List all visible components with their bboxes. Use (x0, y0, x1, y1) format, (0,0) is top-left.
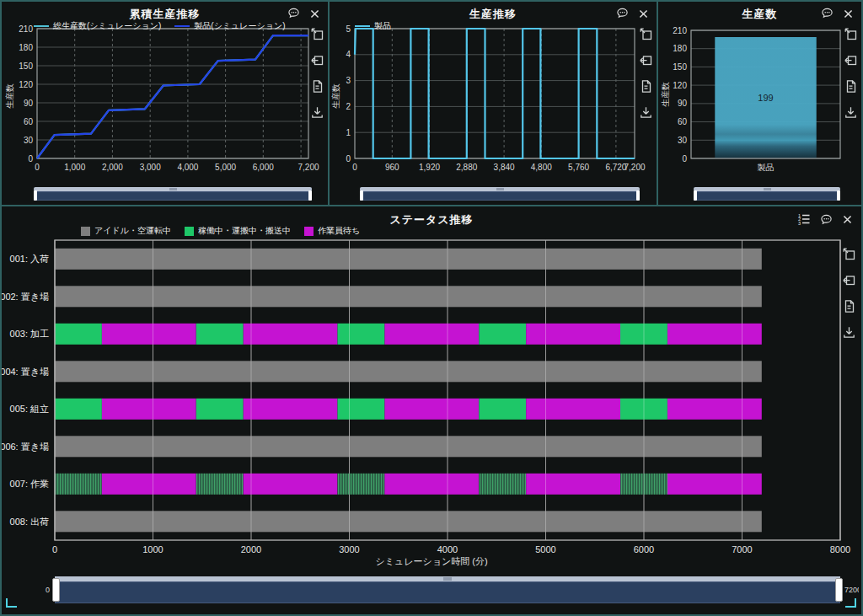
download-icon[interactable] (639, 105, 653, 123)
data-sheet-icon[interactable] (639, 79, 653, 97)
slider-window[interactable] (694, 191, 840, 201)
resize-corner-right-icon[interactable] (845, 598, 856, 608)
legend-item[interactable]: 製品 (355, 20, 391, 32)
status-segment[interactable] (479, 474, 526, 495)
legend-list-icon[interactable]: 123 (797, 212, 811, 229)
production-line-chart[interactable]: 01234509601,9202,8803,8404,8005,7606,720… (330, 22, 657, 179)
status-segment[interactable] (338, 474, 385, 495)
svg-text:3000: 3000 (339, 544, 359, 554)
legend-label: 作業員待ち (318, 225, 360, 237)
download-icon[interactable] (310, 105, 324, 123)
status-segment[interactable] (667, 324, 762, 345)
status-segment[interactable] (55, 511, 762, 532)
reset-zoom-icon[interactable] (842, 273, 856, 291)
range-slider[interactable] (360, 187, 640, 201)
slider-window[interactable] (360, 191, 640, 201)
reset-zoom-icon[interactable] (844, 53, 858, 71)
status-segment[interactable] (667, 399, 762, 420)
download-icon[interactable] (844, 105, 858, 123)
comment-icon[interactable] (616, 7, 629, 23)
close-icon[interactable] (309, 8, 320, 23)
status-segment[interactable] (479, 324, 526, 345)
zoom-area-icon[interactable] (842, 247, 856, 265)
range-slider[interactable] (34, 187, 312, 201)
status-segment[interactable] (338, 399, 385, 420)
status-segment[interactable] (102, 474, 196, 495)
status-segment[interactable] (526, 399, 620, 420)
close-icon[interactable] (842, 213, 853, 228)
svg-text:製品: 製品 (758, 163, 775, 172)
zoom-area-icon[interactable] (844, 27, 858, 45)
status-segment[interactable] (55, 436, 762, 457)
legend-label: 製品 (374, 20, 391, 32)
cumulative-line-chart[interactable]: 030609012015018021001,0002,0003,0004,000… (2, 22, 328, 179)
legend-label: アイドル・空運転中 (94, 225, 171, 237)
slider-handle-right[interactable] (837, 190, 840, 201)
status-segment[interactable] (479, 399, 526, 420)
slider-handle-left[interactable] (694, 190, 697, 201)
slider-window[interactable] (34, 191, 312, 201)
legend-item[interactable]: 作業員待ち (304, 225, 360, 237)
status-segment[interactable] (196, 324, 244, 345)
slider-handle-right[interactable] (308, 190, 312, 201)
status-segment[interactable] (667, 474, 762, 495)
status-segment[interactable] (196, 399, 244, 420)
status-segment[interactable] (244, 474, 338, 495)
status-segment[interactable] (526, 324, 620, 345)
slider-handle-left[interactable] (34, 190, 37, 201)
status-segment[interactable] (244, 324, 338, 345)
data-sheet-icon[interactable] (842, 299, 856, 317)
slider-handle-right[interactable] (636, 190, 640, 201)
panel-cumulative-production: 累積生産推移 総生産数(シミュレーション) 製品(シミュレーション) 生産数 0… (2, 2, 330, 205)
zoom-area-icon[interactable] (310, 27, 324, 45)
status-segment[interactable] (55, 361, 762, 382)
status-segment[interactable] (102, 324, 196, 345)
legend-item[interactable]: 製品(シミュレーション) (174, 20, 285, 32)
data-sheet-icon[interactable] (844, 79, 858, 97)
count-bar-chart[interactable]: 0306090120150180210199製品 (658, 22, 861, 179)
slider-handle-left[interactable] (52, 578, 60, 602)
slider-max-label: 7200 (844, 586, 859, 594)
svg-text:0: 0 (28, 154, 33, 163)
comment-icon[interactable] (821, 7, 834, 23)
slider-handle-right[interactable] (835, 578, 843, 602)
status-segment[interactable] (244, 399, 338, 420)
status-segment[interactable] (338, 324, 385, 345)
status-segment[interactable] (55, 399, 102, 420)
series-製品[interactable] (355, 29, 635, 158)
status-gantt-chart[interactable]: 001: 入荷002: 置き場003: 加工004: 置き場005: 組立006… (2, 238, 861, 562)
comment-icon[interactable] (820, 213, 833, 229)
status-segment[interactable] (526, 474, 620, 495)
status-segment[interactable] (384, 399, 479, 420)
resize-corner-left-icon[interactable] (6, 598, 17, 608)
status-segment[interactable] (102, 399, 196, 420)
status-segment[interactable] (55, 249, 762, 270)
svg-text:1: 1 (346, 128, 351, 137)
slider-window[interactable] (55, 581, 840, 603)
status-segment[interactable] (55, 324, 102, 345)
status-segment[interactable] (55, 286, 762, 307)
comment-icon[interactable] (287, 7, 300, 23)
download-icon[interactable] (842, 325, 856, 343)
zoom-area-icon[interactable] (639, 27, 653, 45)
reset-zoom-icon[interactable] (310, 53, 324, 71)
data-sheet-icon[interactable] (310, 79, 324, 97)
row-label: 002: 置き場 (2, 292, 49, 302)
legend-item[interactable]: 総生産数(シミュレーション) (34, 20, 161, 32)
legend-item[interactable]: アイドル・空運転中 (81, 225, 171, 237)
svg-text:1,000: 1,000 (64, 163, 85, 172)
status-segment[interactable] (384, 324, 479, 345)
status-segment[interactable] (55, 474, 102, 495)
close-icon[interactable] (843, 8, 854, 23)
close-icon[interactable] (638, 8, 649, 23)
slider-handle-left[interactable] (360, 190, 363, 201)
svg-text:5,000: 5,000 (215, 163, 236, 172)
time-range-slider[interactable]: 0 7200 (55, 576, 840, 603)
svg-text:60: 60 (24, 117, 34, 126)
range-slider[interactable] (694, 187, 840, 201)
svg-text:150: 150 (19, 62, 33, 71)
legend-item[interactable]: 稼働中・運搬中・搬送中 (185, 225, 291, 237)
status-segment[interactable] (196, 474, 244, 495)
reset-zoom-icon[interactable] (639, 53, 653, 71)
status-segment[interactable] (384, 474, 479, 495)
